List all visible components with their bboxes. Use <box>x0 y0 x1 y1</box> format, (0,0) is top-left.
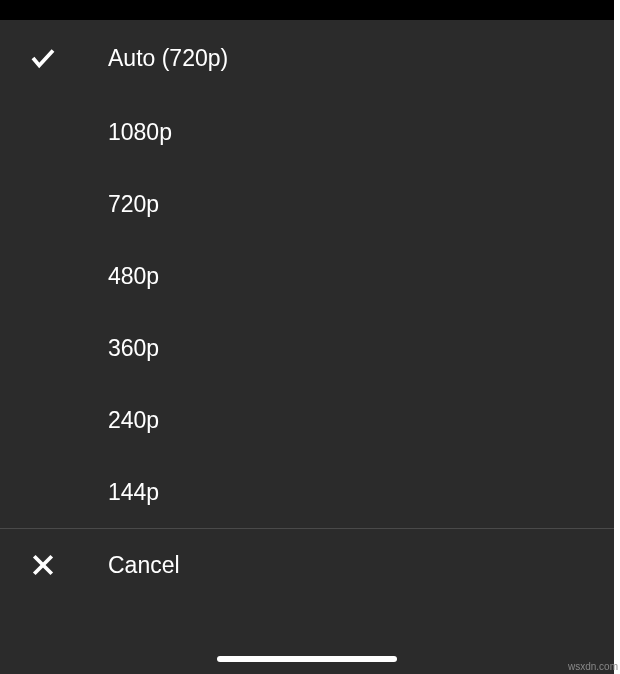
quality-option-label: 240p <box>108 407 159 434</box>
quality-option-auto[interactable]: Auto (720p) <box>0 20 614 96</box>
quality-menu: Auto (720p) 1080p 720p 480p 360p 240p 14… <box>0 20 614 674</box>
home-indicator[interactable] <box>217 656 397 662</box>
close-icon <box>0 550 108 580</box>
quality-option-label: 720p <box>108 191 159 218</box>
quality-option-144p[interactable]: 144p <box>0 456 614 528</box>
quality-option-label: 144p <box>108 479 159 506</box>
quality-options-list: Auto (720p) 1080p 720p 480p 360p 240p 14… <box>0 20 614 528</box>
quality-option-240p[interactable]: 240p <box>0 384 614 456</box>
quality-option-360p[interactable]: 360p <box>0 312 614 384</box>
cancel-button[interactable]: Cancel <box>0 529 614 601</box>
watermark: wsxdn.com <box>568 661 618 672</box>
quality-option-label: 480p <box>108 263 159 290</box>
cancel-label: Cancel <box>108 552 180 579</box>
quality-option-1080p[interactable]: 1080p <box>0 96 614 168</box>
quality-option-label: Auto (720p) <box>108 45 228 72</box>
status-bar <box>0 0 614 20</box>
quality-option-label: 1080p <box>108 119 172 146</box>
check-icon <box>0 43 108 73</box>
quality-option-480p[interactable]: 480p <box>0 240 614 312</box>
quality-option-label: 360p <box>108 335 159 362</box>
quality-option-720p[interactable]: 720p <box>0 168 614 240</box>
